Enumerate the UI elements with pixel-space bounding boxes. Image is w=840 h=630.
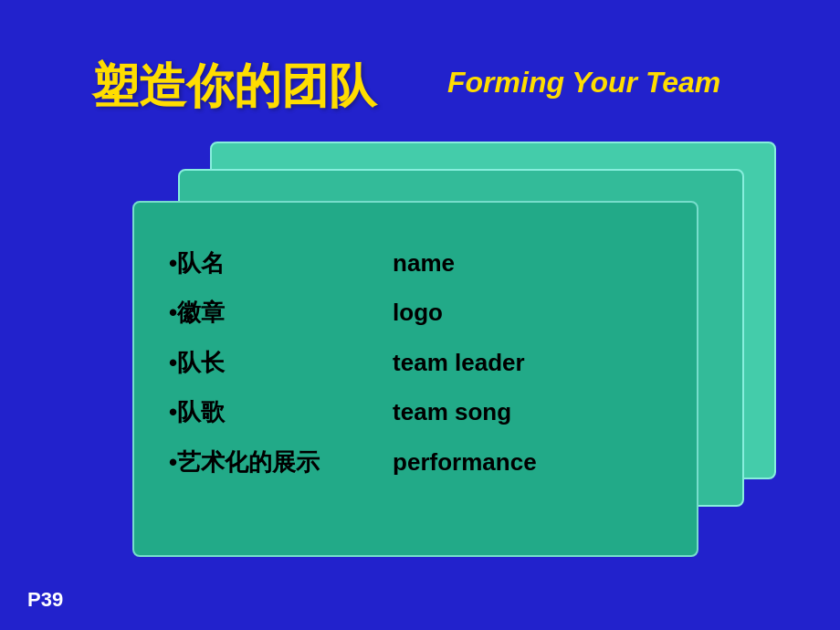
- title-chinese: 塑造你的团队: [91, 55, 376, 119]
- chinese-item-5: •艺术化的展示: [169, 446, 320, 478]
- english-item-2: logo: [393, 296, 537, 329]
- english-column: name logo team leader team song performa…: [393, 247, 537, 478]
- chinese-item-1: •队名: [169, 247, 320, 279]
- title-english: Forming Your Team: [447, 66, 720, 100]
- english-item-5: performance: [393, 446, 537, 478]
- english-item-4: team song: [393, 395, 537, 428]
- items-table: •队名 •徽章 •队长 •队歌 •艺术化的展示 name logo team l…: [169, 247, 662, 478]
- card-content: •队名 •徽章 •队长 •队歌 •艺术化的展示 name logo team l…: [132, 219, 698, 506]
- chinese-column: •队名 •徽章 •队长 •队歌 •艺术化的展示: [169, 247, 320, 478]
- english-item-1: name: [393, 247, 537, 279]
- english-item-3: team leader: [393, 346, 537, 379]
- chinese-item-4: •队歌: [169, 395, 320, 428]
- chinese-item-2: •徽章: [169, 296, 320, 329]
- page-number: P39: [27, 588, 63, 612]
- chinese-item-3: •队长: [169, 346, 320, 379]
